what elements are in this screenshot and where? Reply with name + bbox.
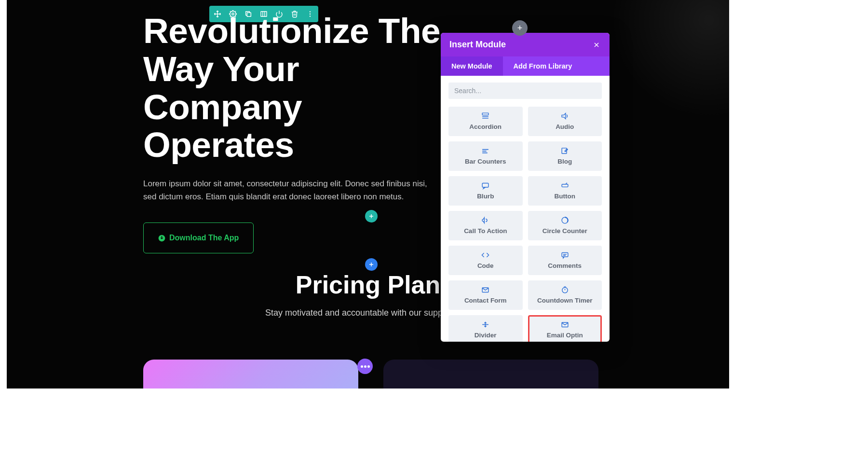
module-button[interactable]: Button <box>528 176 602 206</box>
panel-body: AccordionAudioBar CountersBlogBlurbButto… <box>441 76 610 342</box>
module-label: Countdown Timer <box>537 297 593 304</box>
comments-icon <box>561 250 569 259</box>
audio-icon <box>561 111 569 120</box>
svg-point-31 <box>562 287 568 292</box>
pricing-card-left[interactable] <box>143 360 358 389</box>
panel-anchor-plus[interactable]: + <box>512 20 528 36</box>
module-grid: AccordionAudioBar CountersBlogBlurbButto… <box>448 107 602 342</box>
module-divider[interactable]: Divider <box>448 315 523 342</box>
circle-counter-icon <box>561 216 569 224</box>
tab-new-module[interactable]: New Module <box>441 56 503 76</box>
module-bar-counters[interactable]: Bar Counters <box>448 141 523 171</box>
module-blurb[interactable]: Blurb <box>448 176 523 206</box>
module-label: Blurb <box>477 193 494 200</box>
megaphone-icon <box>481 216 489 224</box>
envelope-icon <box>561 320 569 329</box>
speech-icon <box>481 181 489 190</box>
module-accordion[interactable]: Accordion <box>448 107 523 136</box>
page-canvas: Revolutionize The Way Your Company Opera… <box>7 0 729 386</box>
insert-module-panel: Insert Module New Module Add From Librar… <box>441 33 610 342</box>
svg-marker-19 <box>562 113 566 118</box>
panel-header: Insert Module <box>441 33 610 56</box>
module-label: Button <box>555 193 575 200</box>
module-label: Audio <box>556 123 574 130</box>
module-call-to-action[interactable]: Call To Action <box>448 211 523 240</box>
module-code[interactable]: Code <box>448 246 523 275</box>
module-label: Code <box>477 262 494 269</box>
module-comments[interactable]: Comments <box>528 246 602 275</box>
module-label: Blog <box>557 158 572 165</box>
pricing-card-right[interactable] <box>383 360 598 389</box>
download-app-button[interactable]: Download The App <box>143 222 254 253</box>
bars-icon <box>481 146 489 155</box>
svg-rect-24 <box>482 183 488 187</box>
add-section-button-blue[interactable] <box>365 258 378 271</box>
download-icon <box>158 235 165 242</box>
envelope-icon <box>481 285 489 294</box>
module-contact-form[interactable]: Contact Form <box>448 280 523 310</box>
download-label: Download The App <box>169 234 239 242</box>
hero-section: Revolutionize The Way Your Company Opera… <box>143 12 452 253</box>
svg-rect-27 <box>562 252 568 257</box>
module-label: Accordion <box>469 123 502 130</box>
add-section-button-green[interactable] <box>365 210 378 222</box>
module-audio[interactable]: Audio <box>528 107 602 136</box>
module-label: Divider <box>475 332 497 339</box>
search-input[interactable] <box>448 83 602 99</box>
module-label: Email Optin <box>547 332 583 339</box>
panel-title: Insert Module <box>449 40 506 50</box>
pricing-subtitle: Stay motivated and accountable with our … <box>7 308 729 318</box>
card-context-button[interactable] <box>357 359 373 374</box>
edit-note-icon <box>561 146 569 155</box>
module-label: Comments <box>548 262 582 269</box>
hero-title: Revolutionize The Way Your Company Opera… <box>143 12 452 164</box>
module-label: Circle Counter <box>542 227 587 235</box>
module-email-optin[interactable]: Email Optin <box>528 315 602 342</box>
hero-subtitle: Lorem ipsum dolor sit amet, consectetur … <box>143 178 435 203</box>
pricing-section: Pricing Plan Stay motivated and accounta… <box>7 270 729 318</box>
module-countdown-timer[interactable]: Countdown Timer <box>528 280 602 310</box>
module-label: Contact Form <box>464 297 507 304</box>
divider-icon <box>481 320 489 329</box>
svg-rect-25 <box>562 184 568 187</box>
button-icon <box>561 181 569 190</box>
timer-icon <box>561 285 569 294</box>
accordion-icon <box>481 111 489 120</box>
code-icon <box>481 250 489 259</box>
module-blog[interactable]: Blog <box>528 141 602 171</box>
module-circle-counter[interactable]: Circle Counter <box>528 211 602 240</box>
close-icon[interactable] <box>592 41 601 49</box>
svg-rect-16 <box>482 113 488 115</box>
module-label: Call To Action <box>464 227 507 235</box>
tab-add-from-library[interactable]: Add From Library <box>503 56 583 76</box>
panel-tabs: New Module Add From Library <box>441 56 610 76</box>
decorative-glow <box>594 0 729 135</box>
pricing-title: Pricing Plan <box>7 270 729 299</box>
module-label: Bar Counters <box>465 158 506 165</box>
